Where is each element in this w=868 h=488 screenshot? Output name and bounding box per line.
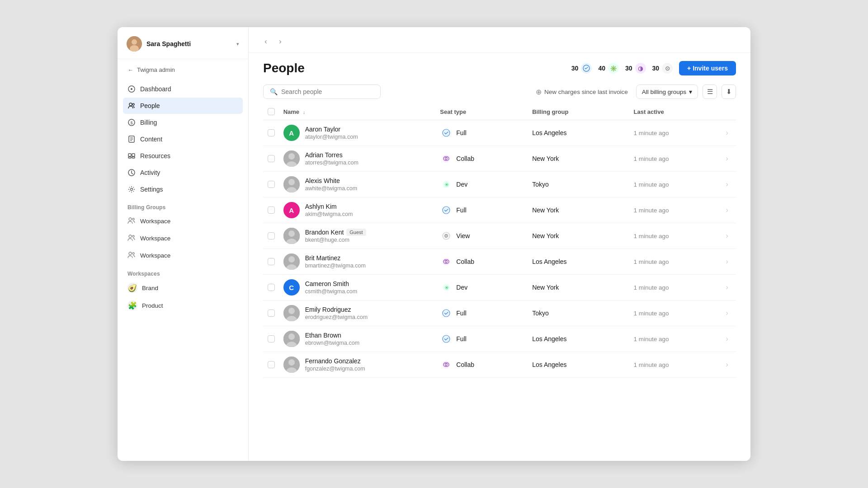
table-row[interactable]: Fernando Gonzalez fgonzalez@twigma.com C… xyxy=(263,352,736,378)
avatar xyxy=(283,331,300,347)
table-row[interactable]: Ethan Brown ebrown@twigma.com Full Los A… xyxy=(263,326,736,352)
table-row[interactable]: Brandon Kent Guest bkent@huge.com View N… xyxy=(263,223,736,249)
svg-point-20 xyxy=(132,218,134,220)
stat-count-dev: 40 xyxy=(598,65,605,72)
row-checkbox[interactable] xyxy=(268,310,275,317)
search-input[interactable] xyxy=(281,88,374,95)
seat-type-icon xyxy=(440,333,453,345)
person-info: Ethan Brown ebrown@twigma.com xyxy=(305,332,359,346)
back-to-admin[interactable]: ← Twigma admin xyxy=(123,63,243,77)
avatar xyxy=(283,150,300,167)
row-arrow-icon: › xyxy=(726,335,728,343)
row-checkbox[interactable] xyxy=(268,284,275,291)
stat-dev: 40 ✳️ xyxy=(598,63,619,74)
billing-group-ws2[interactable]: Workspace xyxy=(123,230,243,247)
back-button[interactable]: ‹ xyxy=(259,35,272,48)
person-email: atorres@twigma.com xyxy=(305,160,359,166)
billing-group-ws1[interactable]: Workspace xyxy=(123,213,243,230)
row-checkbox[interactable] xyxy=(268,206,275,214)
row-checkbox[interactable] xyxy=(268,155,275,162)
col-billing-group: Billing group xyxy=(528,103,630,120)
download-button[interactable]: ⬇ xyxy=(722,84,736,99)
person-name: Cameron Smith xyxy=(305,280,349,287)
svg-point-40 xyxy=(288,230,295,237)
person-cell: Adrian Torres atorres@twigma.com xyxy=(283,150,433,167)
table-row[interactable]: A Aaron Taylor ataylor@twigma.com Full L… xyxy=(263,120,736,146)
table-row[interactable]: C Cameron Smith csmith@twigma.com ✳ Dev … xyxy=(263,275,736,300)
billing-icon: $ xyxy=(127,118,136,127)
forward-button[interactable]: › xyxy=(274,35,287,48)
last-active-cell: 1 minute ago xyxy=(630,275,722,300)
full-seat-icon xyxy=(581,63,592,74)
sidebar-item-label: Settings xyxy=(140,186,163,193)
avatar xyxy=(283,253,300,270)
svg-point-56 xyxy=(443,310,450,317)
table-row[interactable]: Emily Rodriguez erodriguez@twigma.com Fu… xyxy=(263,300,736,326)
row-arrow-icon: › xyxy=(726,155,728,162)
svg-point-23 xyxy=(129,252,132,255)
seat-type-icon: ✳ xyxy=(440,281,453,294)
person-info: Cameron Smith csmith@twigma.com xyxy=(305,280,358,295)
workspace-label: Product xyxy=(142,302,163,309)
table-row[interactable]: A Ashlyn Kim akim@twigma.com Full New Yo… xyxy=(263,197,736,223)
workspace-product[interactable]: 🧩 Product xyxy=(123,297,243,314)
billing-group-icon xyxy=(127,251,136,260)
table-row[interactable]: Adrian Torres atorres@twigma.com Collab … xyxy=(263,146,736,172)
person-info: Aaron Taylor ataylor@twigma.com xyxy=(305,126,358,140)
table-row[interactable]: Alexis White awhite@twigma.com ✳ Dev Tok… xyxy=(263,172,736,197)
person-name: Alexis White xyxy=(305,177,340,184)
person-name: Aaron Taylor xyxy=(305,126,340,133)
seat-cell: Collab xyxy=(440,255,525,268)
svg-point-38 xyxy=(443,206,450,214)
user-menu[interactable]: Sara Spaghetti ▾ xyxy=(118,27,248,59)
dashboard-icon xyxy=(127,85,136,93)
person-cell: A Ashlyn Kim akim@twigma.com xyxy=(283,202,433,218)
list-view-button[interactable]: ☰ xyxy=(703,84,717,99)
svg-point-60 xyxy=(443,335,450,343)
sidebar-item-label: Billing xyxy=(140,119,157,126)
last-active-cell: 1 minute ago xyxy=(630,172,722,197)
header-stats: 30 40 ✳️ 30 ◑ 30 ⊙ xyxy=(571,61,736,75)
row-checkbox[interactable] xyxy=(268,361,275,368)
dev-seat-icon: ✳️ xyxy=(608,63,619,74)
person-email: csmith@twigma.com xyxy=(305,288,358,295)
new-charges-button[interactable]: ⊕ New charges since last invoice xyxy=(532,85,632,99)
row-arrow-icon: › xyxy=(726,180,728,188)
table-row[interactable]: Brit Martinez bmartinez@twigma.com Colla… xyxy=(263,249,736,275)
svg-point-28 xyxy=(288,153,295,160)
people-icon xyxy=(127,102,136,110)
sidebar-item-activity[interactable]: Activity xyxy=(123,164,243,181)
seat-type-icon: ✳ xyxy=(440,178,453,191)
person-name: Emily Rodriguez xyxy=(305,306,351,313)
seat-cell: ✳ Dev xyxy=(440,178,525,191)
sidebar-item-dashboard[interactable]: Dashboard xyxy=(123,81,243,97)
svg-point-6 xyxy=(132,103,134,105)
search-icon: 🔍 xyxy=(270,88,278,95)
stat-count-full: 30 xyxy=(571,65,579,72)
row-checkbox[interactable] xyxy=(268,258,275,265)
sidebar-item-resources[interactable]: Resources xyxy=(123,148,243,164)
sidebar-item-settings[interactable]: Settings xyxy=(123,181,243,197)
avatar: A xyxy=(283,125,300,141)
workspace-brand[interactable]: 🥑 Brand xyxy=(123,279,243,296)
billing-group-ws3[interactable]: Workspace xyxy=(123,247,243,264)
person-info: Brandon Kent Guest bkent@huge.com xyxy=(305,229,366,243)
invite-users-button[interactable]: + Invite users xyxy=(679,61,736,75)
row-checkbox[interactable] xyxy=(268,335,275,343)
row-checkbox[interactable] xyxy=(268,129,275,136)
select-all-checkbox[interactable] xyxy=(268,108,275,115)
billing-group-dropdown[interactable]: All billing groups ▾ xyxy=(636,84,698,99)
col-name[interactable]: Name ↓ xyxy=(280,103,437,120)
workspace-label: Brand xyxy=(142,285,158,291)
avatar xyxy=(127,36,142,52)
billing-group-cell: Tokyo xyxy=(528,300,630,326)
svg-rect-16 xyxy=(132,157,135,158)
sidebar-item-billing[interactable]: $ Billing xyxy=(123,114,243,131)
sidebar-item-content[interactable]: Content xyxy=(123,131,243,147)
seat-type-icon xyxy=(440,127,453,139)
row-checkbox[interactable] xyxy=(268,232,275,239)
row-checkbox[interactable] xyxy=(268,181,275,188)
toolbar-right: ⊕ New charges since last invoice All bil… xyxy=(532,84,736,99)
seat-type-icon xyxy=(440,204,453,216)
sidebar-item-people[interactable]: People xyxy=(123,98,243,114)
